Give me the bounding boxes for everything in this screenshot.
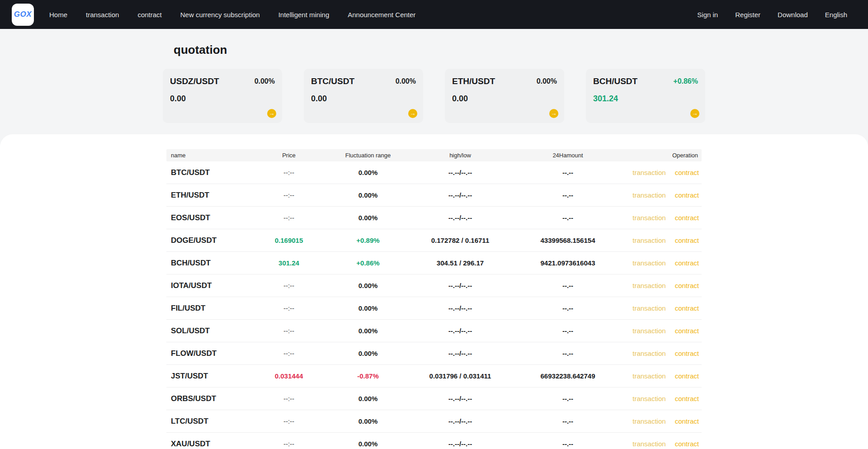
row-price: --:--: [248, 350, 330, 357]
transaction-link[interactable]: transaction: [632, 417, 665, 425]
brand-logo[interactable]: GOX: [12, 4, 34, 26]
table-row-fil-usdt: FIL/USDT --:-- 0.00% --.--/--.-- --.-- t…: [166, 297, 702, 320]
row-range: -0.87%: [330, 372, 406, 380]
market-table: name Price Fluctuation range high/low 24…: [166, 149, 702, 449]
nav-item-announcement-center[interactable]: Announcement Center: [348, 11, 415, 19]
header-amount: 24Hamount: [514, 152, 621, 159]
table-row-ltc-usdt: LTC/USDT --:-- 0.00% --.--/--.-- --.-- t…: [166, 410, 702, 433]
transaction-link[interactable]: transaction: [632, 259, 665, 267]
row-pair-name: JST/USDT: [166, 372, 248, 381]
quotation-section: quotation USDZ/USDT 0.00% 0.00 → BTC/USD…: [163, 43, 705, 123]
contract-link[interactable]: contract: [675, 395, 699, 402]
quote-card-symbol: BTC/USDT: [311, 76, 354, 86]
quote-card-price: 0.00: [452, 94, 557, 104]
contract-link[interactable]: contract: [675, 259, 699, 267]
row-price: 301.24: [248, 259, 330, 267]
nav-item-contract[interactable]: contract: [137, 11, 161, 19]
contract-link[interactable]: contract: [675, 304, 699, 312]
row-amount: 66932238.642749: [514, 372, 621, 380]
row-pair-name: XAU/USDT: [166, 440, 248, 449]
contract-link[interactable]: contract: [675, 236, 699, 244]
nav-item-english[interactable]: English: [825, 11, 847, 19]
transaction-link[interactable]: transaction: [632, 440, 665, 448]
contract-link[interactable]: contract: [675, 282, 699, 289]
quote-card-symbol: BCH/USDT: [593, 76, 637, 86]
quote-card-change: 0.00%: [537, 77, 557, 85]
transaction-link[interactable]: transaction: [632, 282, 665, 289]
row-amount: --.--: [514, 282, 621, 289]
contract-link[interactable]: contract: [675, 417, 699, 425]
row-pair-name: EOS/USDT: [166, 213, 248, 222]
row-price: 0.031444: [248, 372, 330, 380]
transaction-link[interactable]: transaction: [632, 372, 665, 380]
row-amount: --.--: [514, 440, 621, 448]
row-range: 0.00%: [330, 440, 406, 448]
row-amount: --.--: [514, 350, 621, 357]
quote-card-bch-usdt[interactable]: BCH/USDT +0.86% 301.24 →: [586, 69, 705, 123]
market-table-body: BTC/USDT --:-- 0.00% --.--/--.-- --.-- t…: [166, 161, 702, 449]
contract-link[interactable]: contract: [675, 214, 699, 222]
quote-card-symbol: ETH/USDT: [452, 76, 495, 86]
nav-item-download[interactable]: Download: [778, 11, 808, 19]
transaction-link[interactable]: transaction: [632, 395, 665, 402]
table-row-eos-usdt: EOS/USDT --:-- 0.00% --.--/--.-- --.-- t…: [166, 207, 702, 229]
row-range: 0.00%: [330, 191, 406, 199]
header-name: name: [166, 152, 248, 159]
table-row-bch-usdt: BCH/USDT 301.24 +0.86% 304.51 / 296.17 9…: [166, 252, 702, 274]
header-highlow: high/low: [406, 152, 514, 159]
contract-link[interactable]: contract: [675, 169, 699, 176]
row-highlow: --.--/--.--: [406, 191, 514, 199]
row-amount: --.--: [514, 214, 621, 222]
arrow-right-icon[interactable]: →: [267, 109, 276, 118]
contract-link[interactable]: contract: [675, 327, 699, 335]
row-highlow: --.--/--.--: [406, 304, 514, 312]
transaction-link[interactable]: transaction: [632, 350, 665, 357]
row-pair-name: SOL/USDT: [166, 326, 248, 336]
row-range: 0.00%: [330, 169, 406, 176]
nav-item-new-currency-subscription[interactable]: New currency subscription: [180, 11, 260, 19]
nav-item-transaction[interactable]: transaction: [86, 11, 119, 19]
row-price: --:--: [248, 304, 330, 312]
table-row-doge-usdt: DOGE/USDT 0.169015 +0.89% 0.172782 / 0.1…: [166, 229, 702, 252]
row-price: --:--: [248, 440, 330, 448]
arrow-right-icon[interactable]: →: [690, 109, 699, 118]
row-highlow: 304.51 / 296.17: [406, 259, 514, 267]
quote-card-symbol: USDZ/USDT: [170, 76, 219, 86]
transaction-link[interactable]: transaction: [632, 304, 665, 312]
quote-card-change: +0.86%: [673, 77, 698, 85]
row-highlow: 0.031796 / 0.031411: [406, 372, 514, 380]
row-highlow: --.--/--.--: [406, 395, 514, 402]
transaction-link[interactable]: transaction: [632, 214, 665, 222]
arrow-right-icon[interactable]: →: [549, 109, 558, 118]
contract-link[interactable]: contract: [675, 191, 699, 199]
quote-card-price: 0.00: [311, 94, 416, 104]
quote-card-btc-usdt[interactable]: BTC/USDT 0.00% 0.00 →: [304, 69, 423, 123]
nav-item-intelligent-mining[interactable]: Intelligent mining: [278, 11, 330, 19]
row-pair-name: ORBS/USDT: [166, 394, 248, 403]
arrow-right-icon[interactable]: →: [408, 109, 417, 118]
transaction-link[interactable]: transaction: [632, 191, 665, 199]
contract-link[interactable]: contract: [675, 372, 699, 380]
market-table-panel: name Price Fluctuation range high/low 24…: [0, 134, 868, 449]
nav-item-home[interactable]: Home: [49, 11, 67, 19]
row-price: --:--: [248, 191, 330, 199]
quote-card-price: 301.24: [593, 94, 698, 104]
row-range: 0.00%: [330, 304, 406, 312]
row-highlow: --.--/--.--: [406, 169, 514, 176]
nav-item-sign-in[interactable]: Sign in: [697, 11, 718, 19]
row-highlow: --.--/--.--: [406, 440, 514, 448]
table-row-flow-usdt: FLOW/USDT --:-- 0.00% --.--/--.-- --.-- …: [166, 342, 702, 365]
row-highlow: --.--/--.--: [406, 417, 514, 425]
contract-link[interactable]: contract: [675, 350, 699, 357]
transaction-link[interactable]: transaction: [632, 236, 665, 244]
transaction-link[interactable]: transaction: [632, 327, 665, 335]
brand-logo-text: GOX: [14, 10, 32, 19]
row-price: --:--: [248, 169, 330, 176]
row-pair-name: DOGE/USDT: [166, 236, 248, 245]
quote-card-usdz-usdt[interactable]: USDZ/USDT 0.00% 0.00 →: [163, 69, 282, 123]
nav-item-register[interactable]: Register: [735, 11, 760, 19]
contract-link[interactable]: contract: [675, 440, 699, 448]
quote-card-eth-usdt[interactable]: ETH/USDT 0.00% 0.00 →: [445, 69, 564, 123]
row-range: 0.00%: [330, 350, 406, 357]
transaction-link[interactable]: transaction: [632, 169, 665, 176]
